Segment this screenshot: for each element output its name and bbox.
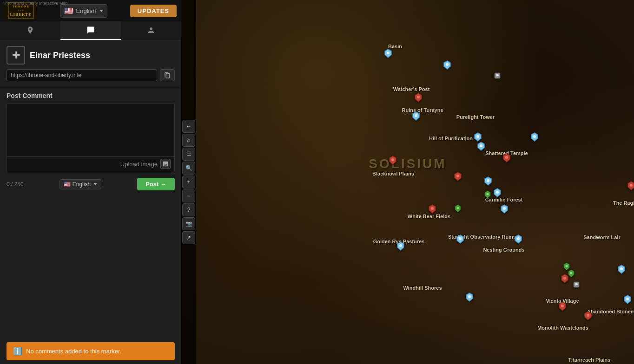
lang-selector-label: English: [76, 7, 96, 14]
comment-input-area: Upload image: [7, 103, 175, 172]
updates-button[interactable]: UPDATES: [130, 5, 177, 17]
map-icon-marker[interactable]: [384, 49, 392, 58]
map-icon-marker[interactable]: [474, 132, 482, 142]
map-location-label: The Raging Wilds: [613, 200, 634, 206]
map-icon-marker[interactable]: [624, 295, 631, 304]
copy-icon: [164, 72, 171, 78]
svg-point-46: [620, 267, 623, 270]
tab-user[interactable]: [121, 21, 181, 40]
map-icon-marker[interactable]: [484, 176, 492, 186]
copy-url-button[interactable]: [160, 69, 175, 81]
map-icon-marker[interactable]: [627, 181, 634, 190]
comment-textarea[interactable]: [7, 104, 174, 155]
map-region-label: SOLISIUM: [369, 156, 446, 171]
toolbar-question-btn[interactable]: ?: [182, 203, 195, 216]
tab-chat[interactable]: [60, 21, 121, 40]
svg-point-20: [480, 144, 482, 147]
map-icon-marker[interactable]: [618, 265, 625, 274]
sidebar: Throne and Liberty Interactive Map THRON…: [0, 0, 181, 364]
map-icon-marker[interactable]: [584, 311, 592, 320]
svg-point-76: [487, 193, 489, 195]
map-location-label: Purelight Tower: [456, 114, 495, 120]
map-icon-marker[interactable]: [559, 302, 566, 311]
map-icon-marker[interactable]: [456, 234, 464, 244]
svg-text:AND: AND: [18, 9, 24, 12]
map-location-label: Ruins of Turayne: [402, 107, 443, 113]
map-icon-marker[interactable]: [389, 156, 396, 165]
svg-point-22: [505, 156, 508, 159]
comment-language-selector[interactable]: 🇺🇸 English: [59, 179, 101, 189]
map-icon-marker[interactable]: [454, 172, 462, 181]
map-icon-marker[interactable]: [501, 204, 508, 214]
svg-point-40: [468, 295, 471, 298]
svg-point-30: [496, 191, 499, 194]
svg-point-80: [570, 272, 573, 274]
map-icon-marker[interactable]: [397, 241, 404, 251]
svg-point-74: [457, 207, 459, 209]
map-icon-marker[interactable]: [531, 132, 538, 142]
map-icon-marker[interactable]: [443, 60, 451, 70]
marker-icon: ✛: [7, 46, 25, 65]
comment-footer: 0 / 250 🇺🇸 English Post →: [7, 178, 175, 190]
map-icon-marker[interactable]: ⚑: [573, 281, 580, 290]
map-icon-marker[interactable]: [455, 204, 462, 214]
map-icon-marker[interactable]: [561, 274, 568, 283]
left-toolbar: ← ⌂ ☰ 🔍 + − ? 📷 ↗: [181, 0, 196, 364]
map-icon-marker[interactable]: [466, 292, 473, 302]
toolbar-arrow-btn[interactable]: ←: [182, 120, 195, 133]
toolbar-share-btn[interactable]: ↗: [182, 231, 195, 244]
map-location-label: Hill of Purification: [429, 136, 473, 141]
map-icon-marker[interactable]: [515, 234, 522, 244]
comment-section: Post Comment Upload image 0 / 250 🇺🇸 Eng…: [0, 87, 181, 338]
svg-point-8: [446, 63, 449, 66]
comment-lang-chevron-icon: [93, 183, 97, 185]
map-icon-marker[interactable]: [494, 188, 501, 197]
toolbar-plus-btn[interactable]: +: [182, 176, 195, 188]
upload-image-button[interactable]: [160, 159, 171, 169]
toolbar-minus-btn[interactable]: −: [182, 189, 195, 202]
map-icon-marker[interactable]: [484, 190, 492, 200]
alert-icon: ℹ️: [13, 347, 22, 356]
svg-point-36: [459, 237, 462, 240]
map-icon-marker[interactable]: [477, 142, 485, 151]
svg-point-14: [415, 114, 417, 117]
post-comment-button[interactable]: Post →: [137, 178, 175, 190]
svg-point-38: [517, 237, 520, 240]
image-icon: [162, 161, 169, 167]
svg-point-12: [417, 96, 420, 98]
map-icon-marker[interactable]: ⚑: [494, 72, 501, 81]
chevron-down-icon: [99, 10, 103, 12]
map-location-label: Titanreach Plains: [568, 357, 611, 363]
marker-name: Einar Priestess: [30, 51, 90, 60]
svg-point-70: [626, 298, 629, 300]
map-location-label: Windhill Shores: [403, 285, 442, 291]
upload-image-label[interactable]: Upload image: [120, 161, 158, 168]
svg-point-78: [566, 265, 568, 267]
tab-location[interactable]: [0, 21, 60, 40]
map-icon-marker[interactable]: [568, 269, 575, 279]
svg-point-26: [456, 175, 459, 177]
char-count: 0 / 250: [7, 181, 24, 188]
map-location-label: White Bear Fields: [408, 214, 450, 219]
svg-point-42: [563, 277, 566, 280]
toolbar-home-btn[interactable]: ⌂: [182, 134, 195, 147]
svg-point-18: [533, 135, 536, 138]
alert-box: ℹ️ No comments added to this marker.: [7, 342, 175, 360]
map-location-label: Nesting Grounds: [483, 247, 524, 253]
svg-point-48: [630, 184, 633, 187]
marker-url-input[interactable]: [7, 69, 157, 81]
toolbar-camera-btn[interactable]: 📷: [182, 217, 195, 230]
svg-point-32: [503, 207, 506, 210]
map-icon-marker[interactable]: [503, 153, 510, 162]
map-canvas: SOLISIUM BasinWatcher's PostRuins of Tur…: [181, 0, 634, 364]
map-area[interactable]: SOLISIUM BasinWatcher's PostRuins of Tur…: [181, 0, 634, 364]
svg-point-16: [476, 135, 479, 138]
map-icon-marker[interactable]: [429, 204, 436, 214]
marker-icon-symbol: ✛: [12, 50, 20, 61]
flag-icon: 🇺🇸: [64, 6, 73, 15]
toolbar-menu-btn[interactable]: ☰: [182, 148, 195, 161]
map-icon-marker[interactable]: [412, 111, 420, 121]
map-icon-marker[interactable]: [415, 93, 422, 102]
toolbar-search-btn[interactable]: 🔍: [182, 162, 195, 175]
comment-flag-icon: 🇺🇸: [64, 181, 71, 188]
